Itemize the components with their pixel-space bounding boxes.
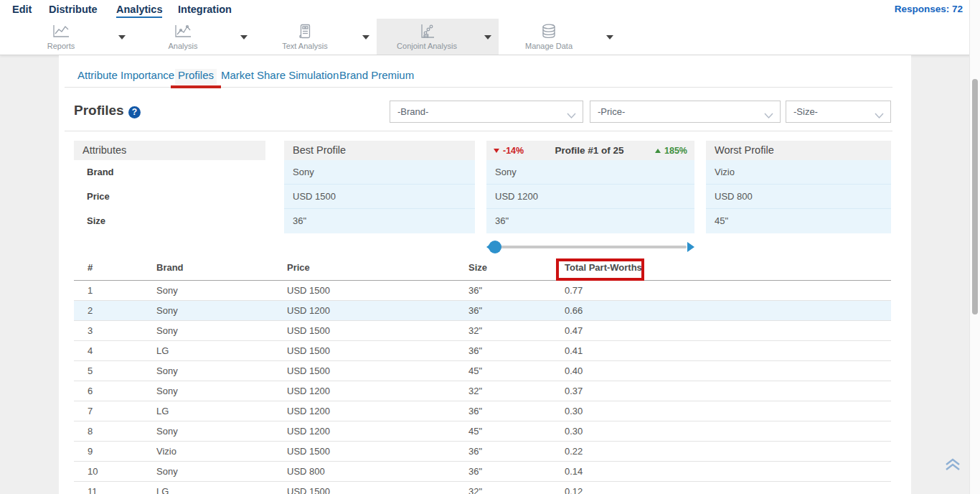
table-cell: 1 bbox=[88, 281, 93, 300]
table-cell: 4 bbox=[88, 341, 93, 360]
table-cell: 9 bbox=[88, 442, 93, 461]
brand-filter-dropdown[interactable]: -Brand- bbox=[390, 101, 583, 123]
table-cell: USD 1200 bbox=[287, 401, 330, 421]
table-cell: 3 bbox=[88, 321, 93, 340]
attribute-label-brand: Brand bbox=[74, 160, 265, 185]
toolbar-item-analysis[interactable]: Analysis bbox=[133, 19, 255, 55]
help-icon[interactable]: ? bbox=[128, 106, 141, 118]
table-cell: 6 bbox=[88, 381, 93, 401]
table-cell: 8 bbox=[88, 421, 93, 441]
table-cell: USD 1500 bbox=[287, 482, 330, 494]
table-cell: USD 800 bbox=[287, 462, 325, 481]
vertical-scrollbar-thumb[interactable] bbox=[972, 79, 978, 314]
best-profile-header: Best Profile bbox=[284, 141, 475, 160]
table-row[interactable]: 6SonyUSD 120032"0.37 bbox=[74, 381, 891, 401]
toolbar-item-label: Text Analysis bbox=[255, 42, 355, 50]
table-cell: 7 bbox=[88, 401, 93, 421]
page-title: Profiles bbox=[74, 103, 124, 118]
vertical-scrollbar-track[interactable] bbox=[969, 0, 980, 494]
current-profile-card: -14% Profile #1 of 25 185% Sony USD 1200… bbox=[486, 141, 694, 233]
toolbar-item-reports[interactable]: Reports bbox=[11, 19, 133, 55]
nav-item-distribute[interactable]: Distribute bbox=[49, 4, 98, 15]
tab-profiles[interactable]: Profiles bbox=[175, 69, 217, 85]
table-cell: 36" bbox=[468, 401, 482, 421]
current-profile-brand: Sony bbox=[486, 160, 694, 185]
table-cell: 5 bbox=[88, 361, 93, 381]
table-cell: LG bbox=[156, 482, 169, 494]
price-filter-value: -Price- bbox=[598, 101, 625, 122]
column-header-price: Price bbox=[287, 255, 310, 281]
table-row[interactable]: 8SonyUSD 120045"0.30 bbox=[74, 421, 891, 442]
table-cell: USD 1500 bbox=[287, 321, 330, 340]
toolbar-item-label: Analysis bbox=[133, 42, 233, 50]
table-cell: 0.77 bbox=[565, 281, 583, 300]
table-cell: 0.14 bbox=[565, 462, 583, 481]
top-bar: Edit Distribute Analytics Integration Re… bbox=[0, 0, 980, 55]
table-cell: LG bbox=[156, 401, 169, 421]
table-row[interactable]: 9VizioUSD 150036"0.22 bbox=[74, 442, 891, 462]
table-row[interactable]: 5SonyUSD 150045"0.40 bbox=[74, 361, 891, 381]
table-cell: 11 bbox=[88, 482, 98, 494]
text-analysis-dropdown-caret-icon[interactable] bbox=[362, 35, 369, 39]
table-cell: 45" bbox=[468, 361, 482, 381]
table-cell: 0.40 bbox=[565, 361, 583, 381]
chevron-down-icon bbox=[875, 109, 884, 122]
column-header-brand: Brand bbox=[156, 255, 184, 281]
scroll-to-top-button[interactable] bbox=[944, 457, 963, 476]
table-cell: Sony bbox=[156, 381, 178, 401]
profiles-table-header: # Brand Price Size Total Part-Worths bbox=[74, 255, 891, 281]
reports-line-chart-icon bbox=[11, 24, 111, 42]
attribute-label-price: Price bbox=[74, 185, 265, 209]
worse-than-best-badge: -14% bbox=[494, 146, 524, 156]
tab-attribute-importance[interactable]: Attribute Importance bbox=[77, 69, 174, 85]
size-filter-dropdown[interactable]: -Size- bbox=[786, 101, 891, 123]
table-row[interactable]: 3SonyUSD 150032"0.47 bbox=[74, 321, 891, 341]
table-row[interactable]: 10SonyUSD 80036"0.14 bbox=[74, 462, 891, 482]
table-cell: 0.37 bbox=[565, 381, 583, 401]
current-profile-title: Profile #1 of 25 bbox=[524, 145, 655, 156]
table-cell: 0.41 bbox=[565, 341, 583, 360]
tab-market-share-simulation[interactable]: Market Share Simulation bbox=[221, 69, 339, 85]
manage-data-dropdown-caret-icon[interactable] bbox=[606, 35, 613, 39]
toolbar-item-manage-data[interactable]: Manage Data bbox=[499, 19, 621, 55]
slider-handle[interactable] bbox=[489, 241, 501, 253]
attributes-card-header: Attributes bbox=[74, 141, 265, 160]
toolbar-item-text-analysis[interactable]: Text Analysis bbox=[255, 19, 377, 55]
chevron-down-icon bbox=[764, 109, 773, 122]
profile-slider[interactable] bbox=[486, 240, 694, 254]
table-cell: USD 1500 bbox=[287, 341, 330, 360]
table-cell: 32" bbox=[468, 482, 482, 494]
toolbar-item-conjoint-analysis[interactable]: Conjoint Analysis bbox=[377, 19, 499, 55]
main-nav: Edit Distribute Analytics Integration Re… bbox=[0, 0, 980, 19]
profiles-table: # Brand Price Size Total Part-Worths 1So… bbox=[74, 255, 891, 494]
table-row[interactable]: 11LGUSD 150032"0.12 bbox=[74, 482, 891, 494]
table-row[interactable]: 2SonyUSD 120036"0.66 bbox=[74, 301, 891, 321]
table-cell: USD 1500 bbox=[287, 442, 330, 461]
worst-profile-price: USD 800 bbox=[706, 185, 891, 209]
analytics-toolbar: Reports Analysis Text bbox=[0, 19, 980, 55]
slider-right-arrow-icon[interactable] bbox=[687, 242, 694, 252]
table-row[interactable]: 4LGUSD 150036"0.41 bbox=[74, 341, 891, 361]
analysis-dropdown-caret-icon[interactable] bbox=[240, 35, 248, 39]
reports-dropdown-caret-icon[interactable] bbox=[118, 35, 126, 39]
table-cell: 0.22 bbox=[565, 442, 583, 461]
table-cell: USD 1500 bbox=[287, 361, 330, 381]
table-cell: Sony bbox=[156, 301, 178, 320]
tab-brand-premium[interactable]: Brand Premium bbox=[339, 69, 414, 85]
nav-item-edit[interactable]: Edit bbox=[12, 4, 32, 15]
worst-profile-size: 45" bbox=[706, 209, 891, 233]
slider-track[interactable] bbox=[492, 246, 687, 248]
double-chevron-up-icon bbox=[944, 457, 961, 473]
nav-item-integration[interactable]: Integration bbox=[178, 4, 232, 15]
nav-item-analytics[interactable]: Analytics bbox=[116, 4, 162, 18]
table-row[interactable]: 7LGUSD 120036"0.30 bbox=[74, 401, 891, 421]
brand-filter-value: -Brand- bbox=[397, 101, 428, 122]
attribute-label-size: Size bbox=[74, 209, 265, 233]
price-filter-dropdown[interactable]: -Price- bbox=[590, 101, 781, 123]
table-cell: 36" bbox=[468, 462, 482, 481]
table-cell: 10 bbox=[88, 462, 98, 481]
conjoint-dropdown-caret-icon[interactable] bbox=[484, 35, 491, 39]
table-cell: Sony bbox=[156, 462, 178, 481]
responses-count[interactable]: Responses: 72 bbox=[895, 4, 963, 14]
table-row[interactable]: 1SonyUSD 150036"0.77 bbox=[74, 281, 891, 301]
